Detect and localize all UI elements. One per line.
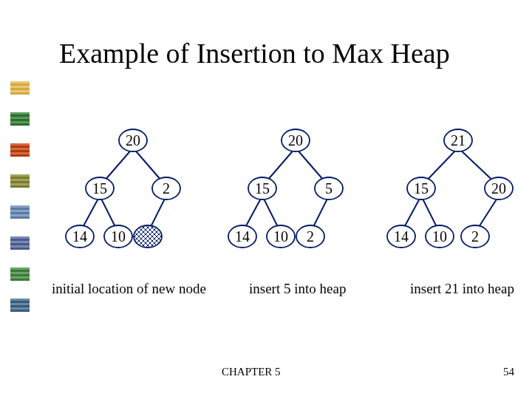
heap-tree-3: 21 15 20 14 10 2 — [381, 126, 532, 273]
heap-tree-2: 20 15 5 14 10 2 — [222, 126, 369, 273]
placeholder-node-icon — [134, 225, 162, 248]
node-r: 20 — [491, 180, 506, 197]
heap-tree-1: 20 15 2 14 10 — [59, 126, 207, 273]
node-l: 15 — [92, 180, 107, 197]
node-r: 5 — [325, 180, 332, 197]
node-ll: 14 — [394, 228, 409, 245]
node-l: 15 — [414, 180, 429, 197]
node-ll: 14 — [72, 228, 87, 245]
node-r: 2 — [163, 180, 170, 197]
node-lr: 10 — [111, 228, 126, 245]
footer-chapter: CHAPTER 5 — [222, 366, 281, 378]
node-rl: 2 — [307, 228, 314, 245]
node-root: 20 — [126, 132, 140, 149]
node-root: 20 — [288, 132, 303, 149]
node-l: 15 — [255, 180, 270, 197]
node-ll: 14 — [235, 228, 250, 245]
node-root: 21 — [451, 132, 466, 149]
caption-3: insert 21 into heap — [410, 281, 514, 297]
node-lr: 10 — [273, 228, 288, 245]
footer-page: 54 — [503, 366, 514, 378]
sidebar-decoration — [10, 81, 30, 330]
node-lr: 10 — [432, 228, 447, 245]
caption-2: insert 5 into heap — [249, 281, 346, 297]
caption-1: initial location of new node — [52, 281, 206, 297]
node-rl: 2 — [471, 228, 479, 245]
slide-title: Example of Insertion to Max Heap — [59, 37, 450, 69]
